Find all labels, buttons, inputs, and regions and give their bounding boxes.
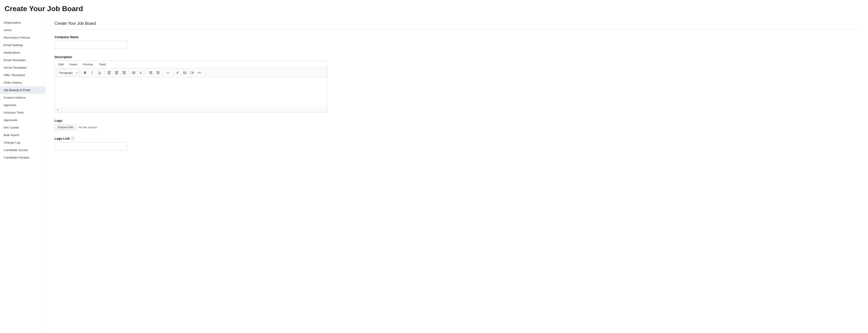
underline-button[interactable]: U: [96, 69, 103, 76]
svg-rect-8: [122, 71, 125, 72]
svg-rect-17: [133, 73, 135, 74]
sidebar-item-dev-center[interactable]: Dev Center›: [0, 124, 45, 131]
description-label: Description: [55, 55, 859, 59]
svg-rect-21: [150, 74, 152, 74]
sidebar-item-label: Inclusion Tools: [4, 111, 24, 114]
svg-rect-9: [123, 72, 125, 73]
indent-button[interactable]: [155, 69, 161, 76]
description-editor: Edit Insert Format Tools Paragraph Headi…: [55, 61, 327, 112]
svg-rect-23: [157, 72, 159, 73]
logo-label: Logo: [55, 119, 859, 123]
image-button[interactable]: [181, 69, 188, 76]
chevron-right-icon: ›: [41, 126, 41, 129]
logo-link-group: Logo Link i: [55, 137, 859, 151]
sidebar-item-change-log[interactable]: Change Log: [0, 139, 45, 146]
sidebar-item-label: Candidate Packets: [4, 156, 29, 159]
file-input-wrapper: Choose File No file chosen: [55, 124, 859, 130]
svg-point-27: [184, 72, 184, 72]
svg-rect-6: [115, 73, 118, 74]
sidebar-item-label: Email Templates: [4, 58, 26, 62]
svg-rect-7: [116, 74, 118, 74]
svg-rect-5: [116, 72, 118, 73]
page-title: Create Your Job Board: [0, 0, 868, 16]
sidebar: OrganizationUsersPermission PoliciesEmai…: [0, 16, 45, 333]
align-center-button[interactable]: [113, 69, 120, 76]
logo-link-label: Logo Link i: [55, 137, 859, 140]
svg-rect-22: [156, 71, 159, 72]
editor-body[interactable]: [55, 77, 327, 107]
sidebar-item-email-settings[interactable]: Email Settings: [0, 41, 45, 49]
sidebar-item-label: Custom Options: [4, 96, 26, 99]
sidebar-item-social-templates[interactable]: Social Templates: [0, 64, 45, 71]
sidebar-item-order-history[interactable]: Order History: [0, 79, 45, 86]
sidebar-item-label: Organization: [4, 21, 21, 24]
sidebar-item-bulk-import[interactable]: Bulk Import: [0, 131, 45, 139]
numbered-list-button[interactable]: 1.: [137, 69, 144, 76]
sidebar-item-agencies[interactable]: Agencies: [0, 101, 45, 109]
sidebar-item-label: Change Log: [4, 141, 21, 144]
sidebar-item-custom-options[interactable]: Custom Options: [0, 94, 45, 101]
company-name-input[interactable]: [55, 41, 127, 49]
svg-rect-26: [183, 72, 186, 74]
sidebar-item-permission-policies[interactable]: Permission Policies: [0, 34, 45, 41]
svg-rect-4: [115, 71, 118, 72]
svg-point-14: [132, 72, 133, 73]
hr-button[interactable]: —: [164, 69, 171, 76]
sidebar-item-job-boards-posts[interactable]: Job Boards & Posts: [0, 86, 45, 94]
sidebar-item-candidate-packets[interactable]: Candidate Packets: [0, 154, 45, 161]
toolbar-sep-1: [80, 70, 80, 75]
svg-rect-2: [108, 73, 111, 74]
code-button[interactable]: <>: [196, 69, 203, 76]
svg-rect-11: [123, 74, 125, 74]
menu-edit[interactable]: Edit: [58, 62, 65, 67]
logo-group: Logo Choose File No file chosen: [55, 119, 859, 130]
link-button[interactable]: [174, 69, 181, 76]
editor-menubar: Edit Insert Format Tools: [55, 61, 327, 68]
toolbar-sep-4: [146, 70, 146, 75]
choose-file-button[interactable]: Choose File: [55, 124, 76, 130]
sidebar-item-notifications[interactable]: Notifications: [0, 49, 45, 56]
sidebar-item-label: Dev Center: [4, 126, 19, 129]
svg-point-16: [132, 73, 133, 74]
sidebar-item-email-templates[interactable]: Email Templates: [0, 56, 45, 64]
sidebar-item-label: Permission Policies: [4, 36, 30, 39]
sidebar-item-label: Notifications: [4, 51, 21, 54]
outdent-button[interactable]: [147, 69, 154, 76]
menu-tools[interactable]: Tools: [98, 62, 107, 67]
sidebar-item-label: Agencies: [4, 103, 17, 107]
svg-rect-10: [122, 73, 125, 74]
align-right-button[interactable]: [120, 69, 127, 76]
svg-rect-1: [108, 72, 110, 73]
menu-format[interactable]: Format: [82, 62, 94, 67]
svg-rect-25: [157, 74, 159, 74]
sidebar-item-candidate-survey[interactable]: Candidate Survey: [0, 146, 45, 154]
align-left-button[interactable]: [106, 69, 113, 76]
paragraph-select[interactable]: Paragraph Heading 1 Heading 2 Heading 3: [57, 69, 79, 76]
sidebar-item-label: Order History: [4, 81, 22, 84]
svg-rect-15: [133, 72, 135, 73]
main-content: Create Your Job Board Company Name Descr…: [45, 16, 868, 333]
italic-button[interactable]: I: [89, 69, 96, 76]
editor-footer: p: [55, 107, 327, 112]
svg-rect-18: [149, 71, 152, 72]
sidebar-item-inclusion-tools[interactable]: Inclusion Tools: [0, 109, 45, 116]
bullet-list-button[interactable]: [130, 69, 137, 76]
sidebar-item-label: Users: [4, 28, 11, 32]
sidebar-item-label: Approvals: [4, 118, 17, 122]
sidebar-item-label: Bulk Import: [4, 133, 19, 137]
video-button[interactable]: [189, 69, 195, 76]
no-file-text: No file chosen: [79, 126, 97, 129]
svg-rect-28: [191, 72, 193, 74]
sidebar-item-users[interactable]: Users: [0, 26, 45, 34]
sidebar-item-offer-templates[interactable]: Offer Templates: [0, 71, 45, 79]
logo-link-info-icon: i: [71, 137, 75, 140]
svg-rect-19: [150, 72, 152, 73]
svg-point-12: [132, 72, 133, 72]
bold-button[interactable]: B: [82, 69, 88, 76]
sidebar-item-label: Email Settings: [4, 43, 23, 47]
sidebar-item-approvals[interactable]: Approvals: [0, 116, 45, 124]
menu-insert[interactable]: Insert: [69, 62, 78, 67]
logo-link-input[interactable]: [55, 142, 127, 151]
sidebar-item-organization[interactable]: Organization: [0, 19, 45, 26]
svg-rect-0: [108, 71, 111, 72]
